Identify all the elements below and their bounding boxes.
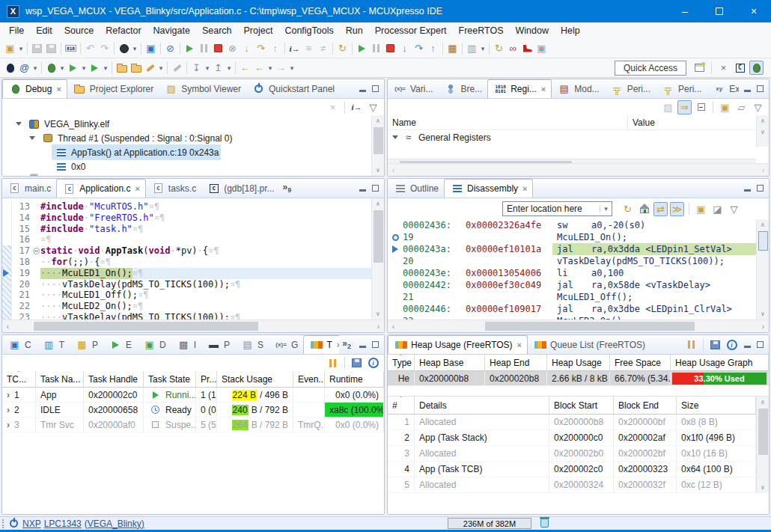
cpp-perspective-icon[interactable]: C — [733, 61, 747, 75]
heap-base-cell[interactable]: 0x200000b8 — [415, 371, 485, 386]
debug-tree-item[interactable]: VEGA_Blinky.elf — [2, 117, 384, 131]
push-checklist-icon[interactable]: ↥ — [211, 61, 225, 75]
suspend-icon[interactable] — [197, 41, 211, 55]
sync-icon[interactable]: ⇄ — [653, 202, 668, 216]
heap-block-number-cell[interactable]: 2 — [388, 430, 415, 446]
debug-icon[interactable] — [44, 61, 58, 75]
scroll-left-icon[interactable]: ‹ — [2, 320, 13, 332]
heap-block-start-cell[interactable]: 0x200002b0 — [549, 446, 614, 462]
heap-block-end-cell[interactable]: 0x200002bf — [614, 446, 677, 462]
editor-annotation-gutter[interactable] — [2, 234, 12, 245]
tab-tasks-p[interactable]: ▬P — [201, 335, 235, 354]
scroll-up-icon[interactable]: ∧ — [372, 115, 384, 126]
menu-item-help[interactable]: Help — [555, 24, 586, 37]
heap-type-cell[interactable]: He — [388, 371, 415, 386]
dropdown-arrow-icon[interactable]: ▾ — [288, 61, 296, 75]
scroll-up-icon[interactable]: ∧ — [757, 219, 769, 230]
terminate-all-icon[interactable] — [383, 41, 397, 55]
column-header-pr[interactable]: Pr... — [196, 371, 217, 388]
scroll-left-icon[interactable]: ‹ — [388, 164, 399, 176]
redo-icon[interactable]: ↷ — [97, 41, 112, 55]
column-header-heap-end[interactable]: Heap End — [485, 355, 547, 371]
tab-registers-peri[interactable]: ╦Peri... — [605, 79, 656, 98]
status-link-vega-blinky[interactable]: (VEGA_Blinky) — [85, 519, 144, 529]
tab-tasks-d[interactable]: ▣D — [137, 335, 171, 354]
step-over-all-icon[interactable]: ↷ — [412, 41, 426, 55]
tab-debug-project-explorer[interactable]: Project Explorer — [67, 79, 159, 98]
column-header-size[interactable]: Size — [677, 397, 756, 415]
disassembly-listing[interactable]: 00002436:0x00002326a4feswa0,-20(s0)19Mcu… — [388, 219, 769, 319]
scrollbar-thumb[interactable] — [758, 409, 768, 455]
tab-heap-queue-list-freertos[interactable]: Queue List (FreeRTOS) — [528, 335, 650, 354]
debug-vertical-scrollbar[interactable]: ∧ ∨ — [371, 115, 384, 176]
line-number[interactable]: 20 — [12, 279, 32, 290]
scrollbar-thumb[interactable] — [374, 127, 383, 154]
heap-block-details-cell[interactable]: Allocated — [415, 477, 549, 493]
home-icon[interactable] — [637, 202, 651, 216]
editor-annotation-gutter[interactable] — [2, 213, 12, 224]
menu-item-configtools[interactable]: ConfigTools — [278, 24, 339, 37]
menu-item-refactor[interactable]: Refactor — [100, 24, 147, 37]
memory-view-icon[interactable]: ▦ — [445, 41, 460, 55]
scrollbar-thumb[interactable] — [758, 231, 768, 251]
terminate-icon[interactable] — [211, 41, 225, 55]
heap-block-number-cell[interactable]: 4 — [388, 462, 415, 477]
close-tab-icon[interactable]: × — [522, 184, 527, 193]
task-runtime-cell[interactable]: 0x0 (0.0%) — [325, 388, 384, 403]
scroll-down-icon[interactable]: ∨ — [757, 126, 769, 138]
heap-block-number-cell[interactable]: 3 — [388, 446, 415, 462]
disassembly-horizontal-scrollbar[interactable]: ‹ › — [388, 319, 769, 332]
heap-block-end-cell[interactable]: 0x200000bf — [614, 415, 677, 430]
heap-block-details-cell[interactable]: App (Task TCB) — [415, 462, 549, 477]
last-edit-icon[interactable]: ← — [238, 61, 252, 75]
info-icon[interactable]: i — [725, 337, 739, 352]
line-number[interactable]: 23 — [12, 312, 32, 319]
open-perspective-icon[interactable] — [692, 61, 707, 75]
tab-debug-symbol-viewer[interactable]: ▨Symbol Viewer — [159, 79, 246, 98]
run-icon[interactable] — [66, 61, 80, 75]
column-header-heap-base[interactable]: Heap Base — [415, 355, 485, 371]
tab-disassembly-disassembly[interactable]: Disassembly× — [444, 179, 533, 198]
step-over-icon[interactable]: ↷ — [254, 41, 268, 55]
dropdown-arrow-icon[interactable]: ▾ — [266, 61, 274, 75]
scroll-down-icon[interactable]: ∨ — [372, 308, 384, 319]
tab-heap-heap-usage-freertos[interactable]: Heap Usage (FreeRTOS)× — [388, 335, 528, 354]
maximize-panel-button[interactable] — [372, 340, 379, 350]
minimize-panel-button[interactable] — [359, 84, 366, 94]
maximize-panel-button[interactable] — [372, 183, 379, 194]
menu-item-project[interactable]: Project — [238, 24, 279, 37]
new-view-icon[interactable]: ▣ — [694, 202, 708, 216]
at-icon[interactable]: @ — [17, 61, 31, 75]
scroll-up-icon[interactable]: ∧ — [757, 397, 769, 408]
column-header-task-handle[interactable]: Task Handle — [84, 371, 144, 388]
link-icon[interactable]: ∞ — [506, 41, 520, 55]
dropdown-arrow-icon[interactable]: ▾ — [479, 41, 487, 55]
step-return-icon[interactable]: ↑ — [268, 41, 282, 55]
editor-annotation-gutter[interactable] — [2, 257, 12, 268]
column-header-type[interactable]: ˆType — [388, 355, 415, 371]
maximize-panel-button[interactable] — [757, 340, 764, 350]
maximize-panel-button[interactable] — [757, 183, 764, 194]
scroll-right-icon[interactable]: › — [373, 320, 384, 332]
dropdown-arrow-icon[interactable]: ▾ — [204, 61, 211, 75]
dropdown-arrow-icon[interactable]: ▾ — [80, 61, 88, 75]
tab-tasks-t[interactable]: T× — [303, 335, 339, 354]
editor-horizontal-scrollbar[interactable]: ‹ › — [2, 319, 384, 332]
heap-usage-cell[interactable]: 2.66 kB / 8 kB — [547, 371, 610, 386]
close-window-button[interactable]: × — [737, 0, 771, 22]
statusbar-drag-handle[interactable] — [2, 519, 4, 528]
line-number[interactable]: 17 — [12, 245, 32, 257]
back-icon[interactable]: ← — [252, 61, 266, 75]
restart-icon[interactable]: ↻ — [335, 41, 350, 55]
instruction-stepping-icon[interactable]: i→ — [287, 41, 302, 55]
column-header-tc[interactable]: ˆTC... — [2, 371, 36, 388]
scroll-up-icon[interactable]: ∧ — [372, 198, 384, 210]
heap-block-size-cell[interactable]: 0x64 (100 B) — [677, 462, 756, 477]
forward-icon[interactable]: → — [274, 61, 288, 75]
view-menu-icon[interactable]: ▽ — [727, 202, 741, 216]
minimize-panel-button[interactable] — [359, 340, 366, 350]
save-view-icon[interactable] — [708, 337, 722, 352]
tab-tasks-s[interactable]: ▤S — [235, 335, 269, 354]
new-register-group-icon[interactable]: ▣ — [718, 100, 732, 114]
follow-icon[interactable]: ≫ — [670, 202, 684, 216]
